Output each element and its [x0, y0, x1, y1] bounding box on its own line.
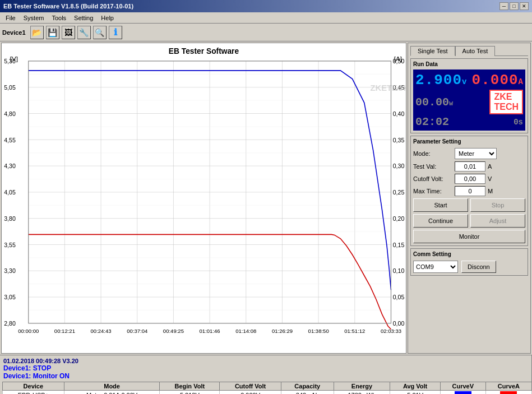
svg-text:3,05: 3,05	[4, 294, 16, 300]
svg-text:0,00: 0,00	[393, 320, 405, 327]
menu-help[interactable]: Help	[98, 14, 117, 22]
main-content: EB Tester Software [V] [A]	[0, 41, 532, 355]
info-button[interactable]: ℹ	[109, 26, 122, 39]
svg-text:0,40: 0,40	[393, 110, 405, 117]
image-button[interactable]: 🖼	[62, 26, 75, 39]
run-data-label: Run Data	[413, 61, 525, 67]
testval-input[interactable]	[455, 161, 485, 171]
svg-text:5,05: 5,05	[4, 84, 16, 91]
voltage-unit: v	[462, 77, 466, 86]
continue-button[interactable]: Continue	[413, 214, 468, 228]
search-button[interactable]: 🔍	[93, 26, 107, 39]
device-label: Device1	[2, 29, 26, 36]
run-power: 00.00	[415, 96, 449, 109]
svg-text:2,80: 2,80	[4, 320, 16, 327]
run-data-row2: 00.00 w ZKETECH	[415, 90, 523, 114]
maxtime-label: Max Time:	[413, 188, 452, 194]
svg-text:0,25: 0,25	[393, 189, 405, 196]
status-line2: Device1: STOP	[3, 364, 528, 372]
status-line1: 01.02.2018 00:49:28 V3.20	[3, 358, 528, 364]
maxtime-row: Max Time: M	[413, 186, 525, 196]
current-unit: A	[519, 77, 523, 86]
curvev-color	[455, 391, 471, 394]
testval-label: Test Val:	[413, 163, 452, 170]
zke-logo: ZKETECH	[489, 90, 523, 114]
status-bar: 01.02.2018 00:49:28 V3.20 Device1: STOP …	[0, 355, 532, 382]
svg-text:0,05: 0,05	[393, 294, 405, 300]
svg-text:EB Tester Software: EB Tester Software	[169, 47, 239, 55]
run-data-row3: 02:02 0s	[415, 115, 523, 128]
menu-tools[interactable]: Tools	[48, 14, 70, 22]
svg-text:01:38:50: 01:38:50	[308, 328, 329, 334]
svg-text:00:49:25: 00:49:25	[163, 328, 184, 334]
status-info: 01.02.2018 00:49:28 V3.20 Device1: STOP …	[0, 355, 532, 382]
svg-text:ZKETECH: ZKETECH	[370, 84, 406, 92]
col-mode: Mode	[64, 382, 160, 391]
cell-mode: Meter 0,01A 0,00V	[64, 391, 160, 395]
start-button[interactable]: Start	[413, 198, 468, 212]
col-curvev: CurveV	[440, 382, 485, 391]
table-row: EBD-USB+ Meter 0,01A 0,00V 5,213V 2,900V…	[3, 391, 532, 395]
mode-row: Mode: Meter CC CV	[413, 148, 525, 159]
menu-bar: File System Tools Setting Help	[0, 12, 532, 24]
chart-area: EB Tester Software [V] [A]	[1, 43, 406, 354]
close-button[interactable]: ✕	[520, 2, 529, 10]
data-table-container: Device Mode Begin Volt Cutoff Volt Capac…	[0, 382, 532, 394]
cell-device: EBD-USB+	[3, 391, 64, 395]
settings-button[interactable]: 🔧	[77, 26, 91, 39]
svg-text:01:26:29: 01:26:29	[272, 328, 293, 334]
svg-text:00:00:00: 00:00:00	[18, 328, 39, 334]
adjust-button[interactable]: Adjust	[470, 214, 525, 228]
disconn-button[interactable]: Disconn	[461, 261, 496, 273]
cell-avgvolt: 5,21V	[390, 391, 440, 395]
svg-text:01:14:08: 01:14:08	[235, 328, 256, 334]
comm-section: Comm Setting COM9 COM1 COM2 Disconn	[410, 248, 528, 276]
svg-text:4,05: 4,05	[4, 189, 16, 196]
curvea-color	[500, 391, 517, 394]
svg-text:3,30: 3,30	[4, 267, 16, 274]
comm-label: Comm Setting	[413, 251, 525, 257]
cell-energy: 1782mWh	[334, 391, 390, 395]
menu-system[interactable]: System	[20, 14, 48, 22]
svg-text:01:51:12: 01:51:12	[344, 328, 365, 334]
cell-capacity: 342mAh	[281, 391, 334, 395]
cutoffvolt-label: Cutoff Volt:	[413, 175, 452, 182]
mode-select[interactable]: Meter CC CV	[455, 148, 497, 159]
save-button[interactable]: 💾	[46, 26, 59, 39]
time-unit: 0s	[514, 118, 523, 127]
cell-cutoffvolt: 2,900V	[220, 391, 281, 395]
tab-single-test[interactable]: Single Test	[410, 46, 455, 56]
svg-text:3,55: 3,55	[4, 242, 16, 248]
minimize-button[interactable]: ─	[499, 2, 508, 10]
col-curvea: CurveA	[485, 382, 531, 391]
open-button[interactable]: 📂	[30, 26, 44, 39]
monitor-button[interactable]: Monitor	[413, 230, 525, 243]
cell-curvea-swatch	[485, 391, 531, 395]
svg-text:0,30: 0,30	[393, 163, 405, 169]
comm-port-select[interactable]: COM9 COM1 COM2	[413, 261, 458, 273]
svg-text:01:01:46: 01:01:46	[200, 328, 220, 334]
maxtime-input[interactable]	[455, 186, 485, 196]
stop-button[interactable]: Stop	[470, 198, 525, 212]
run-data-display: 2.900 v 0.000 A 00.00 w ZKETECH	[413, 69, 525, 131]
menu-file[interactable]: File	[2, 14, 19, 22]
status-line3: Device1: Monitor ON	[3, 372, 528, 380]
cutoffvolt-input[interactable]	[455, 174, 485, 184]
menu-setting[interactable]: Setting	[71, 14, 96, 22]
mode-label: Mode:	[413, 150, 452, 157]
tab-auto-test[interactable]: Auto Test	[455, 46, 496, 56]
svg-text:4,80: 4,80	[4, 110, 16, 117]
svg-text:00:24:43: 00:24:43	[91, 328, 112, 334]
col-avgvolt: Avg Volt	[390, 382, 440, 391]
testval-row: Test Val: A	[413, 161, 525, 171]
cutoffvolt-row: Cutoff Volt: V	[413, 174, 525, 184]
run-current: 0.000	[472, 72, 519, 89]
power-unit: w	[449, 100, 453, 108]
maximize-button[interactable]: □	[510, 2, 519, 10]
svg-text:00:37:04: 00:37:04	[127, 328, 148, 334]
col-capacity: Capacity	[281, 382, 334, 391]
svg-rect-0	[2, 43, 406, 353]
title-text: EB Tester Software V1.8.5 (Build 2017-10…	[3, 3, 133, 10]
title-bar: EB Tester Software V1.8.5 (Build 2017-10…	[0, 0, 532, 12]
cell-curvev-swatch	[440, 391, 485, 395]
